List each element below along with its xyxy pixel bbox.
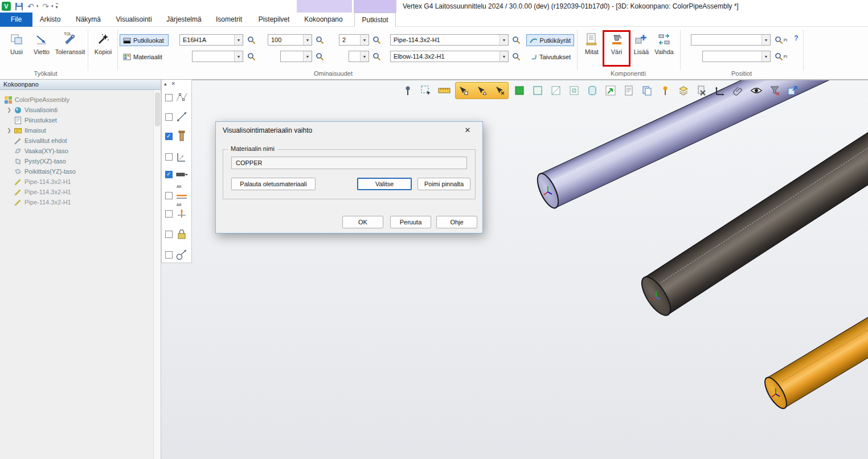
- redo-dropdown-icon[interactable]: ▾: [51, 4, 54, 9]
- ok-button[interactable]: OK: [342, 216, 383, 228]
- copy-sheets-icon[interactable]: [640, 83, 654, 99]
- strip-row-dimension[interactable]: [162, 110, 191, 123]
- chevron-right-icon[interactable]: ❯: [7, 107, 11, 113]
- strip-row-alt-axis[interactable]: Alt: [162, 207, 191, 220]
- pin-icon[interactable]: [400, 83, 415, 99]
- materiaalit-button[interactable]: Materiaalit: [120, 51, 169, 63]
- checkbox-vertical-pipe[interactable]: [165, 133, 173, 140]
- snap-midpoint-icon[interactable]: [474, 83, 489, 99]
- size-search-button[interactable]: [314, 34, 325, 46]
- tree-item-pipe-1[interactable]: Pipe-114.3x2-H1: [0, 177, 153, 187]
- tab-file[interactable]: File: [0, 13, 32, 27]
- ruler-icon[interactable]: [437, 83, 452, 99]
- combo-arrow-icon[interactable]: ▼: [761, 35, 770, 45]
- kopioi-button[interactable]: Kopioi: [90, 30, 116, 67]
- combo-arrow-icon[interactable]: ▼: [234, 51, 243, 62]
- plane-b-icon[interactable]: [567, 83, 582, 99]
- checkbox-perpendicular[interactable]: [165, 153, 173, 161]
- tree-item-assembly-root[interactable]: ColorPipeAssembly: [0, 95, 153, 105]
- combo-arrow-icon[interactable]: ▼: [234, 35, 243, 45]
- count-sub-combo[interactable]: ▼: [349, 51, 369, 62]
- undo-dropdown-icon[interactable]: ▾: [36, 4, 39, 9]
- face-green-icon[interactable]: [512, 83, 527, 99]
- tab-visualisointi[interactable]: Visualisointi: [109, 13, 158, 27]
- lisaa-button[interactable]: Lisää: [630, 30, 653, 67]
- combo-arrow-icon[interactable]: ▼: [761, 51, 770, 62]
- cylinder-icon[interactable]: [585, 83, 600, 99]
- checkbox-alt-axis[interactable]: [165, 210, 173, 218]
- selection-frame-icon[interactable]: [419, 83, 433, 99]
- help-button[interactable]: ?: [792, 34, 801, 44]
- position-combo-1[interactable]: ▼: [691, 34, 771, 46]
- undo-icon[interactable]: ↶: [27, 2, 34, 11]
- strip-row-lock[interactable]: [162, 228, 191, 240]
- stack-yellow-icon[interactable]: [676, 83, 691, 99]
- save-icon[interactable]: [15, 2, 23, 11]
- checkbox-dimension[interactable]: [165, 113, 173, 121]
- position-combo-2[interactable]: ▼: [702, 51, 771, 62]
- uusi-button[interactable]: Uusi: [3, 30, 30, 67]
- putkiluokat-toggle[interactable]: Putkiluokat: [120, 34, 169, 46]
- vari-button[interactable]: Väri: [605, 30, 628, 67]
- size-combo[interactable]: 100▼: [268, 34, 312, 46]
- snap-intersection-icon[interactable]: [493, 83, 507, 99]
- snap-endpoint-icon[interactable]: [456, 83, 471, 99]
- mitat-button[interactable]: Mitat: [580, 30, 604, 67]
- strip-row-alt-line[interactable]: Alt: [162, 189, 191, 202]
- tree-item-vaaka-xy-taso[interactable]: Vaaka(XY)-taso: [0, 146, 153, 156]
- cancel-button[interactable]: Peruuta: [390, 216, 431, 228]
- pipe-class-sub-combo[interactable]: ▼: [192, 51, 243, 62]
- combo-arrow-icon[interactable]: ▼: [499, 51, 508, 62]
- chevron-right-icon[interactable]: ❯: [7, 128, 11, 133]
- dialog-title-bar[interactable]: Visualisointimateriaalin vaihto ✕: [216, 122, 482, 139]
- sidebar-scrollbar[interactable]: [153, 90, 161, 459]
- plane-a-icon[interactable]: [548, 83, 563, 99]
- filter-off-icon[interactable]: [767, 83, 782, 99]
- eye-icon[interactable]: [749, 83, 764, 99]
- tree-item-pipe-2[interactable]: Pipe-114.3x2-H1: [0, 187, 153, 197]
- export-window-icon[interactable]: [785, 83, 800, 99]
- material-name-input[interactable]: [231, 157, 467, 169]
- vietto-button[interactable]: Vietto: [28, 30, 55, 67]
- help-dialog-button[interactable]: Ohje: [436, 216, 477, 228]
- combo-arrow-icon[interactable]: ▼: [303, 35, 312, 45]
- tree-item-piirustukset[interactable]: Piirustukset: [0, 115, 153, 125]
- pipe-orange[interactable]: [767, 302, 868, 408]
- scrollbar-thumb[interactable]: [155, 92, 160, 126]
- tree-item-poikittais-yz-taso[interactable]: Poikittais(YZ)-taso: [0, 166, 153, 177]
- dialog-close-icon[interactable]: ✕: [460, 124, 476, 137]
- combo-arrow-icon[interactable]: ▼: [499, 35, 508, 45]
- toleranssit-button[interactable]: TOL Toleranssit: [54, 30, 87, 67]
- redo-icon[interactable]: ↷: [42, 2, 49, 11]
- tree-item-pipe-3[interactable]: Pipe-114.3x2-H1: [0, 197, 153, 207]
- checkbox-spline[interactable]: [165, 94, 173, 101]
- restore-default-material-button[interactable]: Palauta oletusmateriaali: [231, 178, 316, 190]
- combo-arrow-icon[interactable]: ▼: [303, 51, 312, 62]
- attach-icon[interactable]: [731, 83, 746, 99]
- elbow-component-combo[interactable]: Elbow-114.3x2-H1▼: [390, 51, 509, 62]
- strip-collapse-icon[interactable]: ▴: [164, 81, 167, 87]
- size-sub-search-button[interactable]: [314, 51, 325, 62]
- pipe-class-combo[interactable]: E16H1A▼: [179, 34, 243, 46]
- ucs-axes-icon[interactable]: [713, 83, 727, 99]
- checkbox-tangent[interactable]: [165, 251, 173, 259]
- combo-arrow-icon[interactable]: ▼: [360, 35, 369, 45]
- pipe-class-search-button[interactable]: [245, 34, 257, 46]
- tree-item-visualisointi[interactable]: ❯ Visualisointi: [0, 105, 153, 115]
- notes-icon[interactable]: [621, 83, 636, 99]
- pipe-component-search-button[interactable]: [510, 34, 522, 46]
- strip-row-tangent[interactable]: [162, 248, 191, 261]
- tab-kokoonpano[interactable]: Kokoonpano: [298, 13, 349, 27]
- count-combo[interactable]: 2▼: [339, 34, 369, 46]
- customize-qat-icon[interactable]: ▾: [56, 3, 58, 10]
- strip-row-perpendicular[interactable]: [162, 150, 191, 163]
- strip-row-spline[interactable]: [162, 91, 191, 104]
- strip-row-vertical-pipe[interactable]: [162, 130, 191, 142]
- tab-jarjestelma[interactable]: Järjestelmä: [164, 13, 204, 27]
- pin-orange-icon[interactable]: [658, 83, 673, 99]
- checkbox-alt-line[interactable]: [165, 192, 173, 199]
- pipe-class-sub-search-button[interactable]: [245, 51, 257, 62]
- position-search-1-button[interactable]: PI: [772, 34, 789, 46]
- checkbox-horizontal-pipe[interactable]: [165, 171, 173, 178]
- strip-close-icon[interactable]: ✕: [171, 81, 176, 87]
